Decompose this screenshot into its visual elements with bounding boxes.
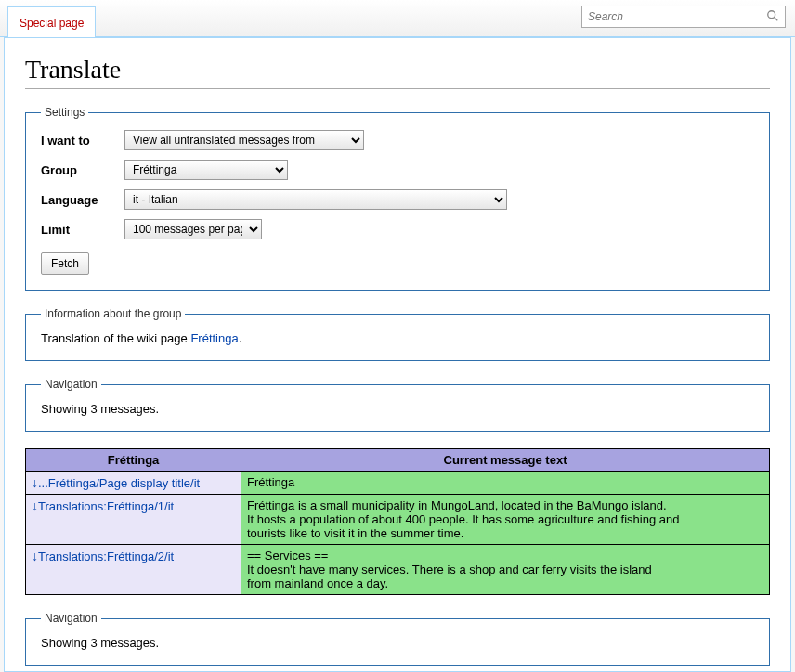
page-title: Translate <box>25 55 770 89</box>
info-link[interactable]: Fréttinga <box>190 331 238 345</box>
msg-key-cell: ↓Translations:Fréttinga/2/it <box>26 545 241 595</box>
tab-special-page[interactable]: Special page <box>7 6 96 37</box>
down-arrow-icon[interactable]: ↓ <box>32 498 38 513</box>
msg-key-cell: ↓...Fréttinga/Page display title/it <box>26 472 241 495</box>
limit-label: Limit <box>41 223 124 237</box>
down-arrow-icon[interactable]: ↓ <box>32 475 38 490</box>
down-arrow-icon[interactable]: ↓ <box>32 549 38 563</box>
col-header-key: Fréttinga <box>26 449 241 472</box>
info-legend: Information about the group <box>41 307 185 320</box>
search-input[interactable] <box>582 7 761 26</box>
msg-link[interactable]: Translations:Fréttinga/1/it <box>38 499 174 513</box>
svg-line-1 <box>775 17 778 20</box>
table-row: ↓...Fréttinga/Page display title/itFrétt… <box>26 472 770 495</box>
nav-top-text: Showing 3 messages. <box>41 402 754 416</box>
msg-key-cell: ↓Translations:Fréttinga/1/it <box>26 495 241 545</box>
msg-text-cell: Fréttinga <box>241 472 770 495</box>
lang-label: Language <box>41 193 124 207</box>
settings-fieldset: Settings I want to View all untranslated… <box>25 106 770 291</box>
msg-text-cell: == Services == It doesn't have many serv… <box>241 545 770 595</box>
nav-bottom-text: Showing 3 messages. <box>41 636 754 650</box>
messages-table: Fréttinga Current message text ↓...Frétt… <box>25 448 770 595</box>
msg-link[interactable]: ...Fréttinga/Page display title/it <box>38 476 200 490</box>
table-row: ↓Translations:Fréttinga/2/it== Services … <box>26 545 770 595</box>
col-header-text: Current message text <box>241 449 770 472</box>
nav-top-fieldset: Navigation Showing 3 messages. <box>25 378 770 432</box>
settings-legend: Settings <box>41 106 88 119</box>
info-text: Translation of the wiki page Fréttinga. <box>41 331 754 345</box>
want-select[interactable]: View all untranslated messages from <box>124 130 364 150</box>
table-row: ↓Translations:Fréttinga/1/itFréttinga is… <box>26 495 770 545</box>
group-label: Group <box>41 163 124 177</box>
nav-top-legend: Navigation <box>41 378 101 391</box>
search-box <box>581 6 786 28</box>
nav-bottom-fieldset: Navigation Showing 3 messages. <box>25 612 770 666</box>
svg-point-0 <box>768 10 775 18</box>
content-area: Translate Settings I want to View all un… <box>4 37 791 672</box>
limit-select[interactable]: 100 messages per page <box>124 219 262 239</box>
info-fieldset: Information about the group Translation … <box>25 307 770 361</box>
msg-link[interactable]: Translations:Fréttinga/2/it <box>38 549 174 563</box>
group-select[interactable]: Fréttinga <box>124 160 288 180</box>
msg-text-cell: Fréttinga is a small municipality in Mun… <box>241 495 770 545</box>
top-bar: Special page <box>0 0 795 37</box>
nav-bottom-legend: Navigation <box>41 612 101 625</box>
want-label: I want to <box>41 134 124 148</box>
lang-select[interactable]: it - Italian <box>124 189 507 210</box>
search-icon[interactable] <box>761 9 785 25</box>
fetch-button[interactable]: Fetch <box>41 252 89 275</box>
